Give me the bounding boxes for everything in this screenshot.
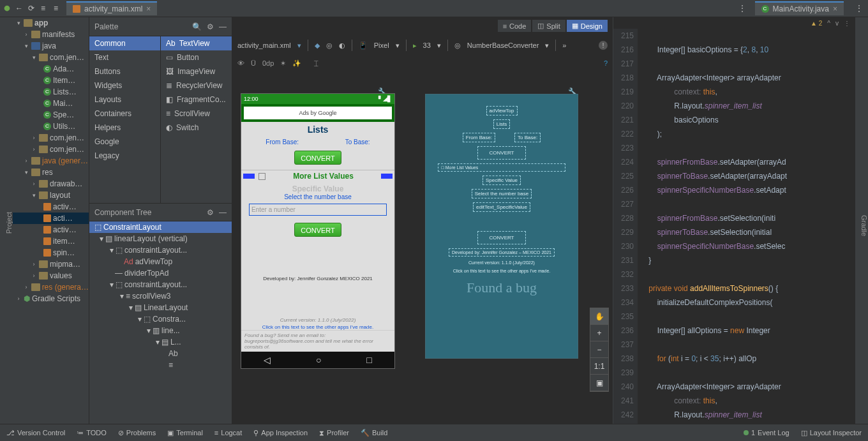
- next-highlight[interactable]: v: [835, 20, 839, 27]
- palette-cat[interactable]: Legacy: [89, 149, 160, 163]
- warning-icon[interactable]: !: [599, 41, 608, 50]
- comp-item[interactable]: dividerTopAd: [124, 269, 168, 278]
- minimize-icon[interactable]: —: [219, 22, 227, 31]
- night-icon[interactable]: ◐: [339, 41, 345, 50]
- project-tree[interactable]: ▾app ›manifests ▾java ▾com.jen… CAda… CI…: [13, 17, 89, 424]
- tree-item[interactable]: manifests: [42, 30, 75, 39]
- comp-item[interactable]: LinearLayout: [144, 303, 188, 312]
- zoom-fit[interactable]: 1:1: [590, 358, 608, 375]
- tree-item[interactable]: com.jen…: [50, 53, 84, 62]
- number-input[interactable]: Enter a number: [249, 204, 387, 216]
- palette-cat[interactable]: Helpers: [89, 121, 160, 135]
- overflow-icon[interactable]: ⋮: [844, 20, 850, 27]
- comp-item[interactable]: line...: [161, 326, 180, 335]
- sb-logcat[interactable]: ≡Logcat: [214, 429, 242, 437]
- zoom-in[interactable]: +: [590, 325, 608, 341]
- tool-gradle[interactable]: Gradle: [860, 215, 868, 236]
- mode-design[interactable]: ▦Design: [567, 20, 608, 32]
- pan-tool[interactable]: ✋: [590, 308, 608, 325]
- comp-item[interactable]: ConstraintLayout: [103, 223, 161, 232]
- margin-select[interactable]: 0dp: [262, 59, 274, 67]
- file-tab-layout[interactable]: activity_main.xml ×: [66, 1, 157, 15]
- tree-item[interactable]: java (gener…: [42, 156, 88, 165]
- zoom-controls[interactable]: ✋ + − 1:1 ▣: [590, 308, 609, 392]
- comp-item[interactable]: scrollView3: [132, 292, 170, 301]
- gear-icon[interactable]: ⚙: [207, 22, 214, 31]
- gear-icon[interactable]: ⚙: [207, 208, 214, 217]
- tree-item[interactable]: res (genera…: [42, 283, 89, 292]
- code-editor[interactable]: ▲ 2 ^ v ⋮ 215 216 217 218 219 220 221 22…: [613, 17, 855, 424]
- comp-item[interactable]: constraintLayout...: [124, 246, 187, 255]
- tree-item[interactable]: layout: [50, 191, 70, 200]
- tree-item[interactable]: Spe…: [53, 110, 74, 119]
- tool-project[interactable]: Project: [5, 212, 13, 234]
- search-icon[interactable]: 🔍: [192, 22, 202, 31]
- project-root[interactable]: app: [34, 19, 48, 27]
- recent-nav-icon[interactable]: □: [366, 355, 371, 365]
- prev-highlight[interactable]: ^: [827, 20, 830, 27]
- tree-item[interactable]: com.jen…: [50, 145, 84, 154]
- sb-problems[interactable]: ⊘Problems: [118, 429, 156, 437]
- tree-item[interactable]: item…: [53, 237, 75, 246]
- tree-item[interactable]: Ada…: [53, 64, 74, 73]
- palette-cat[interactable]: Text: [89, 50, 160, 64]
- tree-item[interactable]: drawab…: [50, 179, 82, 188]
- tree-item[interactable]: spin…: [53, 248, 75, 257]
- guideline-icon[interactable]: ⌶: [314, 59, 318, 67]
- wand-icon[interactable]: ✨: [292, 59, 301, 68]
- tree-item-selected[interactable]: acti…: [53, 214, 73, 223]
- palette-widget[interactable]: ImageView: [177, 67, 215, 76]
- autoconnect-icon[interactable]: Ü: [251, 59, 256, 67]
- view-mode-switcher[interactable]: ≡Code ◫Split ▦Design: [498, 20, 608, 32]
- mode-split[interactable]: ◫Split: [532, 20, 565, 32]
- add-icon[interactable]: ≡: [54, 4, 63, 13]
- palette-categories[interactable]: Common Text Buttons Widgets Layouts Cont…: [89, 36, 160, 203]
- palette-cat[interactable]: Google: [89, 135, 160, 149]
- close-icon[interactable]: ×: [833, 4, 837, 13]
- eye-icon[interactable]: 👁: [237, 59, 244, 67]
- comp-item[interactable]: linearLayout (vertical): [114, 234, 188, 243]
- tree-item[interactable]: Mai…: [53, 99, 73, 108]
- overflow-icon[interactable]: ≡: [168, 361, 173, 370]
- sync-icon[interactable]: ⟳: [28, 4, 37, 13]
- palette-cat[interactable]: Buttons: [89, 64, 160, 78]
- minimize-icon[interactable]: —: [219, 208, 227, 217]
- sb-layoutinspector[interactable]: ◫Layout Inspector: [801, 429, 862, 437]
- warnings-count[interactable]: ▲ 2: [811, 20, 822, 27]
- comp-item[interactable]: constraintLayout...: [124, 280, 187, 289]
- checkbox[interactable]: [258, 173, 266, 180]
- design-canvas[interactable]: ≡Code ◫Split ▦Design activity_main.xml▾ …: [232, 17, 613, 424]
- file-tab-java[interactable]: C MainActivity.java ×: [755, 1, 844, 15]
- theme-select[interactable]: NumberBaseConverter: [467, 41, 539, 49]
- zoom-out[interactable]: −: [590, 341, 608, 358]
- sb-todo[interactable]: ≔TODO: [77, 429, 107, 437]
- overflow-icon[interactable]: ⋮: [738, 4, 751, 13]
- sb-profiler[interactable]: ⧗Profiler: [319, 429, 349, 437]
- sb-eventlog[interactable]: 1 Event Log: [744, 429, 789, 437]
- palette-widget[interactable]: FragmentCo...: [177, 95, 226, 104]
- tree-item[interactable]: Utils…: [53, 122, 75, 131]
- tree-item[interactable]: values: [50, 271, 72, 280]
- palette-widget[interactable]: RecyclerView: [176, 81, 222, 90]
- tree-item[interactable]: java: [42, 41, 56, 50]
- nav-back-icon[interactable]: ←: [15, 4, 24, 13]
- comp-item[interactable]: Ab: [168, 349, 178, 358]
- mode-code[interactable]: ≡Code: [498, 20, 532, 32]
- back-nav-icon[interactable]: ◁: [264, 355, 271, 365]
- tree-item[interactable]: com.jen…: [50, 133, 84, 142]
- editor-inspections[interactable]: ▲ 2 ^ v ⋮: [613, 17, 855, 29]
- tree-item[interactable]: Gradle Scripts: [32, 294, 80, 303]
- palette-cat[interactable]: Layouts: [89, 93, 160, 107]
- comp-item[interactable]: L...: [170, 338, 181, 347]
- palette-widgets[interactable]: AbTextView ▭Button 🖼ImageView ≣RecyclerV…: [160, 36, 232, 203]
- settings-icon[interactable]: ≡: [41, 4, 50, 13]
- palette-cat[interactable]: Common: [89, 36, 160, 50]
- device-preview[interactable]: 12:00▘◢▋ Ads by Google Lists From Base:T…: [241, 94, 394, 368]
- other-apps-link[interactable]: Click on this text to see the other apps…: [241, 324, 394, 330]
- comp-item[interactable]: adViewTop: [135, 257, 173, 266]
- zoom-reset[interactable]: ▣: [590, 375, 608, 391]
- sb-terminal[interactable]: ▣Terminal: [167, 429, 203, 437]
- tree-item[interactable]: Lists…: [53, 87, 77, 96]
- design-toolbar[interactable]: activity_main.xml▾ ◆ ◎ ◐ 📱Pixel▾ ▸33▾ ◎N…: [237, 36, 608, 54]
- home-nav-icon[interactable]: ○: [316, 355, 321, 365]
